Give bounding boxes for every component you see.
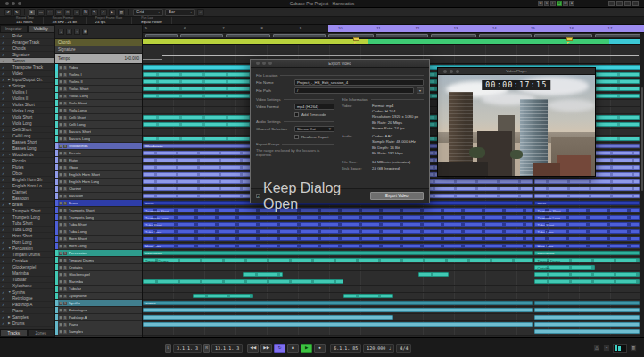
solo-button[interactable]: S bbox=[63, 173, 67, 177]
automation-letter-button-s[interactable]: S bbox=[544, 1, 549, 6]
arranger-event[interactable] bbox=[534, 34, 592, 37]
tab-tracks[interactable]: Tracks bbox=[0, 329, 28, 337]
mute-button[interactable]: M bbox=[59, 137, 62, 141]
chord-track-event[interactable] bbox=[143, 39, 368, 44]
record-button[interactable]: ● bbox=[314, 344, 326, 353]
file-name-input[interactable]: Project_-_HS_Edit_session_4 bbox=[294, 79, 424, 86]
clip-retrologue[interactable] bbox=[143, 308, 533, 313]
mute-button[interactable]: M bbox=[59, 295, 62, 298]
track-header-celli-short[interactable]: MSCelli Short bbox=[55, 114, 142, 121]
visibility-item-viola-short[interactable]: ✓Viola Short bbox=[0, 114, 54, 120]
track-settings-gear-icon[interactable]: ✱ bbox=[82, 29, 88, 35]
clip-horn-short[interactable] bbox=[143, 237, 533, 242]
clip-retrologue[interactable] bbox=[534, 308, 640, 313]
clip-horn-short[interactable] bbox=[534, 237, 640, 242]
mute-button[interactable]: M bbox=[59, 152, 62, 155]
track-header-viola-short[interactable]: MSViola Short bbox=[55, 100, 142, 107]
workspace-button-1[interactable] bbox=[608, 1, 615, 6]
mute-button[interactable]: M bbox=[59, 280, 62, 284]
mute-button[interactable]: M bbox=[59, 66, 62, 70]
track-filter-icon[interactable]: ≡ bbox=[66, 29, 72, 35]
visibility-item-violas-short[interactable]: ✓Violas Short bbox=[0, 102, 54, 108]
track-header-oboe[interactable]: MSOboe bbox=[55, 164, 142, 171]
arranger-event[interactable] bbox=[479, 34, 532, 37]
right-locator-display[interactable]: 13.1.1. 3 bbox=[211, 344, 243, 353]
tempo-track-header[interactable]: Tempo 140.000 bbox=[55, 54, 142, 64]
solo-button[interactable]: S bbox=[63, 109, 67, 112]
arranger-event[interactable] bbox=[376, 34, 428, 37]
mute-button[interactable]: M bbox=[59, 145, 62, 148]
range-tool-icon[interactable]: ▭ bbox=[37, 9, 45, 16]
visibility-item-arranger-track[interactable]: ✓Arranger Track bbox=[0, 39, 54, 46]
solo-button[interactable]: S bbox=[63, 280, 67, 284]
realtime-export-checkbox[interactable] bbox=[294, 135, 299, 139]
vertical-scrollbar[interactable] bbox=[640, 33, 644, 337]
visibility-item-tuba-short[interactable]: ✓Tuba Short bbox=[0, 220, 54, 227]
visibility-item-tempo[interactable]: ✓Tempo bbox=[0, 58, 54, 64]
visibility-item-signature[interactable]: ✓Signature bbox=[0, 52, 54, 58]
track-header-violas-long[interactable]: MSViolas Long bbox=[55, 93, 142, 100]
track-lane-samples[interactable] bbox=[143, 328, 644, 336]
track-header-tuba-long[interactable]: MSTuba Long bbox=[55, 228, 142, 236]
line-tool-icon[interactable]: ∕ bbox=[100, 9, 107, 16]
clip-crotales[interactable]: Crotales bbox=[534, 265, 594, 270]
track-header-glockenspiel[interactable]: MSGlockenspiel bbox=[55, 271, 142, 278]
track-header-timpani-drums[interactable]: MSTimpani Drums bbox=[55, 257, 142, 264]
signature-marker[interactable] bbox=[566, 37, 573, 41]
mute-button[interactable]: M bbox=[59, 230, 62, 234]
clip-trumpets-long[interactable]: Trumpets Long bbox=[534, 215, 640, 220]
visibility-item-transpose-track[interactable]: ✓Transpose Track bbox=[0, 64, 54, 71]
solo-button[interactable]: S bbox=[63, 223, 67, 227]
visibility-item-xylophone[interactable]: ✓Xylophone bbox=[0, 283, 54, 289]
track-lane-xylophone[interactable] bbox=[143, 293, 644, 300]
mute-button[interactable]: M bbox=[59, 309, 62, 312]
visibility-item-clarinet[interactable]: ✓Clarinet bbox=[0, 189, 54, 195]
sync-icon[interactable]: ⌁ bbox=[603, 345, 610, 352]
timeline-ruler[interactable]: 567891011121314151617 bbox=[143, 25, 644, 33]
tab-zones[interactable]: Zones bbox=[28, 329, 55, 337]
visibility-item-percussion[interactable]: ✓▼Percussion bbox=[0, 245, 54, 252]
visibility-item-violins-ii[interactable]: ✓Violins II bbox=[0, 95, 54, 102]
snap-type-select[interactable]: Grid ▾ bbox=[133, 9, 163, 16]
mute-button[interactable]: M bbox=[59, 159, 62, 162]
track-header-trumpets-long[interactable]: MSTrumpets Long bbox=[55, 214, 142, 221]
workspace-button-2[interactable] bbox=[616, 1, 623, 6]
clip-glockenspiel[interactable] bbox=[418, 272, 449, 278]
solo-button[interactable]: S bbox=[63, 73, 67, 77]
solo-button[interactable]: S bbox=[63, 123, 67, 127]
solo-button[interactable]: S bbox=[63, 187, 67, 191]
track-header-basses-long[interactable]: MSBasses Long bbox=[55, 136, 142, 143]
visibility-item-glockenspiel[interactable]: ✓Glockenspiel bbox=[0, 264, 54, 270]
track-header-basses-short[interactable]: MSBasses Short bbox=[55, 129, 142, 136]
track-lane-retrologue[interactable] bbox=[143, 307, 644, 314]
clip-horn-long[interactable]: Horn Long bbox=[534, 244, 640, 249]
position-display[interactable]: 6.1.1. 85 bbox=[330, 344, 361, 353]
arranger-event[interactable] bbox=[180, 34, 223, 37]
tab-inspector[interactable]: Inspector bbox=[0, 25, 28, 33]
clip-samples[interactable] bbox=[534, 329, 640, 335]
solo-button[interactable]: S bbox=[63, 295, 67, 298]
automation-letter-button-w[interactable]: W bbox=[563, 1, 568, 6]
dialog-titlebar[interactable]: Export Video bbox=[251, 60, 429, 68]
solo-button[interactable]: S bbox=[63, 152, 67, 155]
mute-button[interactable]: M bbox=[59, 330, 62, 334]
clip-glockenspiel[interactable] bbox=[534, 272, 640, 278]
track-header-violins-i[interactable]: MSViolins I bbox=[55, 71, 142, 79]
track-header-bassoon[interactable]: MSBassoon bbox=[55, 193, 142, 200]
mute-button[interactable]: M bbox=[59, 216, 62, 220]
visibility-item-horn-short[interactable]: ✓Horn Short bbox=[0, 233, 54, 239]
mute-button[interactable]: M bbox=[59, 166, 62, 170]
to-start-button[interactable]: ◀◀ bbox=[247, 344, 259, 353]
track-header-horn-long[interactable]: MSHorn Long bbox=[55, 243, 142, 250]
pointer-tool-icon[interactable]: ➤ bbox=[29, 9, 36, 16]
track-search-icon[interactable]: ○ bbox=[74, 29, 80, 35]
track-lane-tuba-long[interactable]: Tuba LongTuba Long bbox=[143, 228, 644, 236]
mute-button[interactable]: M bbox=[59, 323, 62, 327]
clip-piano[interactable] bbox=[534, 322, 640, 328]
automation-letter-button-m[interactable]: M bbox=[538, 1, 543, 6]
left-locator-tag[interactable]: L bbox=[165, 344, 171, 353]
visibility-item-samples[interactable]: ✓▶Samples bbox=[0, 314, 54, 320]
color-tool-icon[interactable]: ▧ bbox=[118, 9, 125, 16]
track-header-retrologue[interactable]: MSRetrologue bbox=[55, 307, 142, 314]
stop-button[interactable]: ■ bbox=[287, 344, 299, 353]
